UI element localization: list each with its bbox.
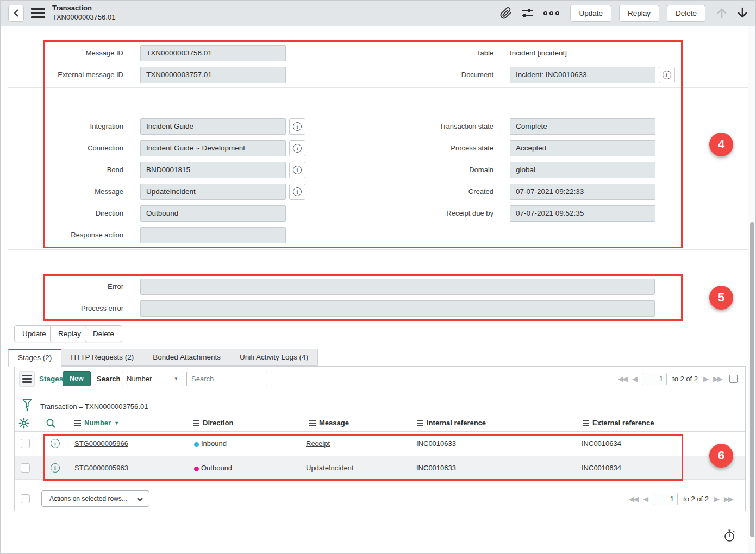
- form-replay-button[interactable]: Replay: [50, 325, 89, 342]
- pagination-range: to 2 of 2: [672, 375, 698, 383]
- error-field[interactable]: [140, 279, 655, 295]
- annotation-badge-5: 5: [709, 286, 733, 310]
- column-menu-icon: [417, 420, 423, 426]
- column-header-label: Direction: [203, 419, 233, 427]
- previous-page-icon[interactable]: ◀: [632, 375, 636, 383]
- form-delete-button[interactable]: Delete: [85, 325, 122, 342]
- tab-bonded-attachments[interactable]: Bonded Attachments: [143, 349, 230, 366]
- message-info-button[interactable]: i: [289, 184, 305, 200]
- info-icon: i: [293, 187, 302, 196]
- document-info-button[interactable]: i: [659, 67, 675, 83]
- record-number-title: TXN0000003756.01: [52, 13, 115, 22]
- response-time-icon[interactable]: [723, 528, 736, 543]
- transaction-page: Transaction TXN0000003756.01 Update Repl…: [0, 0, 756, 554]
- form-update-button[interactable]: Update: [14, 325, 54, 342]
- tab-unifi-activity-logs[interactable]: Unifi Activity Logs (4): [230, 349, 318, 366]
- integration-field[interactable]: Incident Guide: [140, 118, 286, 135]
- actions-select[interactable]: Actions on selected rows...: [41, 490, 149, 507]
- direction-field[interactable]: Outbound: [140, 205, 286, 222]
- delete-button[interactable]: Delete: [667, 5, 705, 22]
- stage-number-link[interactable]: STG0000005966: [74, 439, 128, 448]
- scrollbar-thumb[interactable]: [750, 222, 754, 537]
- column-header-internal-reference[interactable]: Internal reference: [417, 419, 486, 427]
- list-menu-icon[interactable]: [19, 371, 35, 387]
- document-field[interactable]: Incident: INC0010633: [510, 67, 655, 83]
- menu-icon[interactable]: [31, 8, 45, 18]
- table-row: i STG0000005966 Inbound Receipt INC00106…: [15, 432, 745, 456]
- sort-desc-icon: ▼: [114, 420, 119, 426]
- page-number-input[interactable]: [642, 373, 667, 385]
- previous-page-icon[interactable]: ◀: [643, 495, 647, 503]
- chevron-down-icon: [137, 498, 143, 501]
- chevron-left-icon: [13, 9, 20, 17]
- created-field[interactable]: 07-07-2021 09:22:33: [510, 184, 655, 200]
- message-link[interactable]: Receipt: [306, 439, 330, 448]
- collapse-list-icon[interactable]: [729, 375, 738, 383]
- back-button[interactable]: [8, 5, 24, 22]
- bond-field[interactable]: BND0001815: [140, 162, 286, 178]
- domain-field[interactable]: global: [510, 162, 655, 178]
- integration-label: Integration: [1, 118, 123, 135]
- external-reference-cell: INC0010634: [582, 464, 621, 472]
- column-header-direction[interactable]: Direction: [193, 419, 233, 427]
- receipt-due-by-label: Receipt due by: [371, 205, 493, 222]
- document-label: Document: [371, 67, 493, 83]
- integration-info-button[interactable]: i: [289, 118, 305, 135]
- process-state-field[interactable]: Accepted: [510, 140, 655, 156]
- bond-info-button[interactable]: i: [289, 162, 305, 178]
- search-input[interactable]: [186, 372, 267, 386]
- column-menu-icon: [583, 420, 589, 426]
- more-options-icon[interactable]: [543, 11, 559, 15]
- column-header-number[interactable]: Number ▼: [74, 419, 119, 427]
- replay-button[interactable]: Replay: [619, 5, 659, 22]
- last-page-icon[interactable]: ▶▶: [713, 375, 722, 383]
- search-icon[interactable]: [46, 418, 56, 429]
- update-button[interactable]: Update: [570, 5, 611, 22]
- page-number-input[interactable]: [653, 493, 678, 505]
- record-type-title: Transaction: [52, 4, 115, 13]
- column-header-message[interactable]: Message: [309, 419, 349, 427]
- direction-dot-icon: [194, 442, 199, 447]
- arrow-up-icon[interactable]: [716, 7, 727, 20]
- filter-funnel-icon[interactable]: [22, 399, 32, 412]
- breadcrumb-filter[interactable]: Transaction = TXN0000003756.01: [40, 402, 148, 411]
- first-page-icon[interactable]: ◀◀: [618, 375, 627, 383]
- next-page-icon[interactable]: ▶: [703, 375, 708, 383]
- column-header-external-reference[interactable]: External reference: [583, 419, 654, 427]
- actions-select-value: Actions on selected rows...: [49, 495, 127, 502]
- paperclip-icon[interactable]: [500, 7, 512, 19]
- row-info-icon[interactable]: i: [51, 463, 60, 473]
- column-header-label: Internal reference: [427, 419, 486, 427]
- external-message-id-field[interactable]: TXN0000003757.01: [140, 67, 286, 83]
- arrow-down-icon[interactable]: [737, 7, 748, 20]
- internal-reference-cell: INC0010633: [416, 439, 456, 448]
- message-id-field[interactable]: TXN0000003756.01: [140, 45, 286, 61]
- row-checkbox[interactable]: [21, 463, 30, 473]
- select-all-checkbox[interactable]: [21, 494, 30, 503]
- first-page-icon[interactable]: ◀◀: [629, 495, 638, 503]
- last-page-icon[interactable]: ▶▶: [724, 495, 733, 503]
- receipt-due-by-field[interactable]: 07-07-2021 09:52:35: [510, 205, 655, 222]
- column-menu-icon: [309, 420, 316, 426]
- column-header-label: Number: [84, 419, 111, 427]
- new-button[interactable]: New: [63, 371, 91, 386]
- error-label: Error: [1, 279, 123, 295]
- search-column-select[interactable]: Number ▼: [122, 372, 183, 386]
- row-info-icon[interactable]: i: [51, 439, 60, 448]
- tab-stages[interactable]: Stages (2): [8, 349, 61, 367]
- tab-http-requests[interactable]: HTTP Requests (2): [61, 349, 143, 366]
- row-checkbox[interactable]: [21, 439, 30, 448]
- direction-cell: Outbound: [201, 464, 232, 472]
- process-error-field[interactable]: [140, 300, 655, 317]
- message-link[interactable]: UpdateIncident: [306, 464, 353, 472]
- sliders-icon[interactable]: [521, 8, 534, 18]
- message-field[interactable]: UpdateIncident: [140, 184, 286, 200]
- stage-number-link[interactable]: STG0000005963: [74, 464, 128, 472]
- transaction-state-field[interactable]: Complete: [510, 118, 655, 135]
- connection-field[interactable]: Incident Guide ~ Development: [140, 140, 286, 156]
- response-action-field[interactable]: [140, 227, 286, 243]
- next-page-icon[interactable]: ▶: [714, 495, 718, 503]
- connection-info-button[interactable]: i: [289, 140, 305, 156]
- bond-label: Bond: [1, 162, 123, 178]
- gear-icon[interactable]: [18, 418, 29, 429]
